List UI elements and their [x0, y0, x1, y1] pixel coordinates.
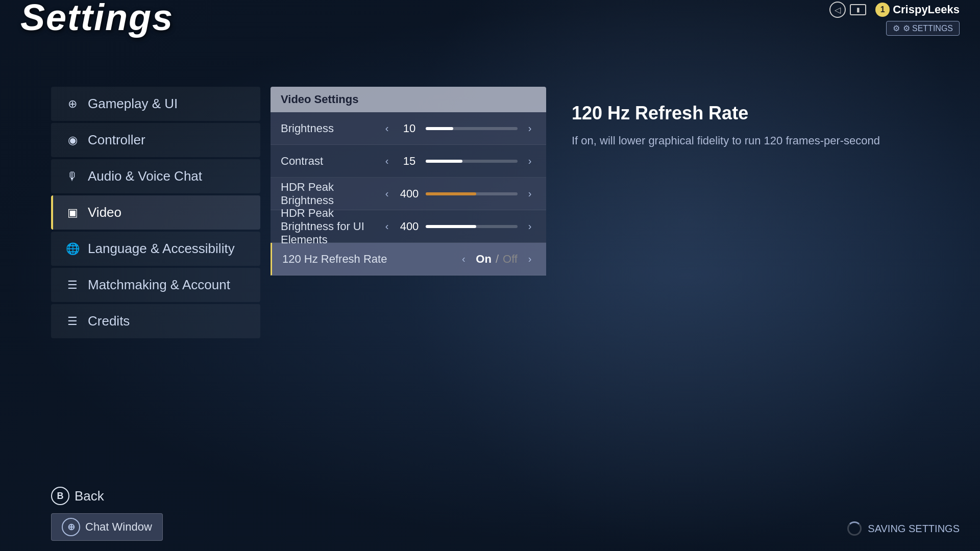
hdr-peak-value: 400 [399, 187, 420, 201]
brightness-row[interactable]: Brightness ‹ 10 › [271, 112, 546, 145]
hdr-peak-ui-row[interactable]: HDR Peak Brightness for UI Elements ‹ 40… [271, 210, 546, 243]
sidebar-item-credits[interactable]: ☰ Credits [51, 304, 260, 338]
brightness-label: Brightness [281, 122, 381, 135]
back-button[interactable]: B Back [51, 487, 163, 505]
video-settings-panel: Video Settings Brightness ‹ 10 › Contras… [271, 87, 546, 551]
controller-icon: ◉ [65, 134, 80, 147]
sidebar-item-language[interactable]: 🌐 Language & Accessibility [51, 232, 260, 266]
brightness-slider-fill [426, 127, 453, 130]
contrast-row[interactable]: Contrast ‹ 15 › [271, 145, 546, 178]
hdr-peak-slider-fill [426, 192, 476, 195]
contrast-slider-fill [426, 160, 462, 163]
hdr-peak-control: ‹ 400 › [381, 187, 536, 201]
gameplay-icon: ⊕ [65, 97, 80, 111]
sidebar-item-gameplay[interactable]: ⊕ Gameplay & UI [51, 87, 260, 121]
settings-bar[interactable]: ⚙ ⚙ SETTINGS [886, 21, 960, 36]
panel-title: Video Settings [271, 87, 546, 112]
info-title: 120 Hz Refresh Rate [572, 102, 965, 124]
brightness-right-arrow[interactable]: › [524, 122, 536, 134]
info-description: If on, will lower graphical fidelity to … [572, 132, 965, 149]
refresh-rate-toggle: On / Off [476, 253, 518, 266]
content-layer: Settings ◁ ▮ 1 CrispyLeeks ⚙ ⚙ SETTINGS … [0, 0, 980, 551]
sidebar-label-gameplay: Gameplay & UI [88, 96, 178, 112]
bottom-controls: B Back ⊕ Chat Window [51, 487, 163, 541]
hdr-peak-ui-right-arrow[interactable]: › [524, 220, 536, 232]
user-icons-row: ◁ ▮ 1 CrispyLeeks [829, 2, 960, 18]
brightness-value: 10 [399, 122, 420, 135]
matchmaking-icon: ☰ [65, 279, 80, 292]
user-level-badge: 1 [875, 3, 890, 17]
brightness-control: ‹ 10 › [381, 122, 536, 135]
sidebar-label-language: Language & Accessibility [88, 241, 235, 257]
chat-window-button[interactable]: ⊕ Chat Window [51, 513, 163, 541]
credits-icon: ☰ [65, 315, 80, 328]
saving-spinner [847, 521, 862, 536]
user-name: CrispyLeeks [893, 3, 960, 16]
back-btn-icon: B [51, 487, 69, 505]
hdr-peak-row[interactable]: HDR Peak Brightness ‹ 400 › [271, 178, 546, 210]
refresh-rate-right-arrow[interactable]: › [524, 253, 536, 265]
brightness-left-arrow[interactable]: ‹ [381, 122, 393, 134]
sidebar-item-controller[interactable]: ◉ Controller [51, 123, 260, 157]
hdr-peak-ui-slider-fill [426, 225, 476, 228]
sidebar-item-audio[interactable]: 🎙 Audio & Voice Chat [51, 159, 260, 193]
hdr-peak-ui-left-arrow[interactable]: ‹ [381, 220, 393, 232]
user-area: ◁ ▮ 1 CrispyLeeks ⚙ ⚙ SETTINGS [829, 2, 960, 36]
refresh-rate-on: On [476, 253, 492, 266]
info-panel: 120 Hz Refresh Rate If on, will lower gr… [556, 87, 980, 551]
sidebar-label-audio: Audio & Voice Chat [88, 168, 202, 184]
sidebar-label-credits: Credits [88, 313, 130, 329]
refresh-rate-control: ‹ On / Off › [457, 253, 536, 266]
sidebar-label-video: Video [88, 205, 121, 220]
battery-icon: ▮ [850, 4, 866, 15]
sidebar: ⊕ Gameplay & UI ◉ Controller 🎙 Audio & V… [51, 87, 260, 551]
hdr-peak-left-arrow[interactable]: ‹ [381, 188, 393, 199]
hdr-peak-ui-value: 400 [399, 220, 420, 233]
page-title: Settings [20, 0, 174, 36]
refresh-rate-off: Off [503, 253, 518, 266]
microphone-icon: 🎙 [65, 170, 80, 183]
hdr-peak-ui-label: HDR Peak Brightness for UI Elements [281, 207, 381, 246]
contrast-control: ‹ 15 › [381, 155, 536, 168]
hdr-peak-ui-slider[interactable] [426, 225, 518, 228]
connectivity-icon: ◁ [829, 2, 846, 18]
contrast-right-arrow[interactable]: › [524, 155, 536, 167]
sidebar-label-controller: Controller [88, 132, 145, 148]
saving-label: SAVING SETTINGS [868, 523, 960, 535]
back-label: Back [75, 488, 104, 504]
hdr-peak-ui-control: ‹ 400 › [381, 220, 536, 233]
refresh-rate-label: 120 Hz Refresh Rate [282, 253, 457, 266]
sidebar-item-video[interactable]: ▣ Video [51, 195, 260, 230]
chat-window-label: Chat Window [85, 520, 152, 534]
refresh-rate-row[interactable]: 120 Hz Refresh Rate ‹ On / Off › [271, 243, 546, 276]
hdr-peak-label: HDR Peak Brightness [281, 181, 381, 207]
hdr-peak-slider[interactable] [426, 192, 518, 195]
refresh-rate-separator: / [496, 253, 499, 266]
gear-icon: ⚙ [893, 23, 900, 33]
globe-icon: 🌐 [65, 242, 80, 256]
chat-icon: ⊕ [62, 518, 80, 536]
contrast-slider[interactable] [426, 160, 518, 163]
settings-bar-label: ⚙ SETTINGS [903, 23, 953, 33]
brightness-slider[interactable] [426, 127, 518, 130]
header: Settings ◁ ▮ 1 CrispyLeeks ⚙ ⚙ SETTINGS [0, 0, 980, 41]
video-icon: ▣ [65, 206, 80, 219]
contrast-value: 15 [399, 155, 420, 168]
main-layout: ⊕ Gameplay & UI ◉ Controller 🎙 Audio & V… [51, 87, 980, 551]
contrast-label: Contrast [281, 155, 381, 168]
refresh-rate-left-arrow[interactable]: ‹ [457, 253, 470, 265]
saving-area: SAVING SETTINGS [847, 521, 960, 536]
sidebar-item-matchmaking[interactable]: ☰ Matchmaking & Account [51, 268, 260, 302]
hdr-peak-right-arrow[interactable]: › [524, 188, 536, 199]
sidebar-label-matchmaking: Matchmaking & Account [88, 277, 230, 293]
contrast-left-arrow[interactable]: ‹ [381, 155, 393, 167]
